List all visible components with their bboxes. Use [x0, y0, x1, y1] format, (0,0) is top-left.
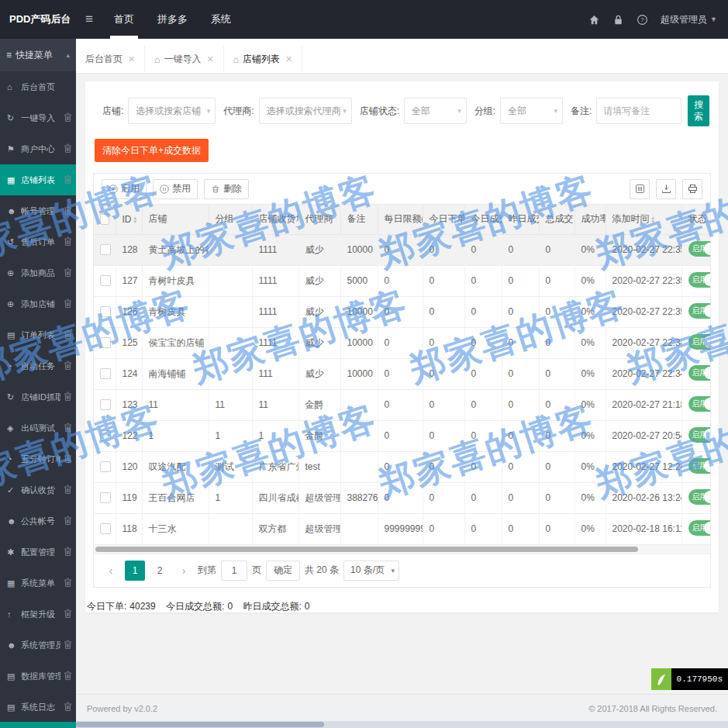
search-button[interactable]: 搜索 — [688, 95, 709, 126]
shop-select[interactable]: 选择或搜索店铺 ▾ — [128, 98, 216, 124]
sidebar-item-售后订单[interactable]: ↺售后订单 — [0, 226, 76, 257]
clear-today-data-button[interactable]: 清除今日下单+成交数据 — [95, 139, 209, 162]
sidebar-item-自动任务[interactable]: ◔自动任务 — [0, 350, 76, 381]
row-checkbox[interactable] — [100, 461, 111, 472]
trash-icon[interactable] — [64, 236, 72, 248]
delete-button[interactable]: 删除 — [204, 179, 249, 199]
col-header-success_rate[interactable]: 成功率▴▾ — [574, 205, 606, 234]
sidebar-item-确认收货[interactable]: ✓确认收货 — [0, 474, 76, 505]
sidebar-item-系统菜单[interactable]: ▦系统菜单 — [0, 568, 76, 599]
sidebar-item-数据库管理[interactable]: ▤数据库管理 — [0, 661, 76, 692]
sidebar-item-五分钟订单补单[interactable]: ◔五分钟订单补单 — [0, 443, 76, 474]
trash-icon[interactable] — [64, 423, 72, 434]
sidebar-item-后台首页[interactable]: ⌂后台首页 — [0, 71, 76, 102]
sidebar-item-店铺列表[interactable]: ▦店铺列表 — [0, 164, 76, 195]
disable-button[interactable]: 禁用 — [153, 179, 198, 199]
sidebar-item-帐号管理[interactable]: ☻帐号管理 — [0, 195, 76, 226]
sort-icon[interactable]: ▴▾ — [134, 216, 137, 223]
user-menu[interactable]: 超级管理员 ▼ — [661, 13, 717, 26]
sidebar-scrollbar[interactable] — [0, 722, 76, 728]
status-toggle[interactable]: 启用 — [688, 303, 711, 319]
agent-select[interactable]: 选择或搜索代理商 ▾ — [259, 98, 352, 124]
trash-icon[interactable] — [64, 640, 72, 651]
collapse-sidebar-icon[interactable]: ≡ — [76, 12, 102, 27]
scrollbar-thumb[interactable] — [95, 547, 638, 552]
close-icon[interactable]: ✕ — [285, 54, 292, 64]
nav-item-home[interactable]: 首页 — [102, 0, 146, 39]
page-button-1[interactable]: 1 — [125, 561, 145, 581]
col-header-today_orders[interactable]: 今日下单▴▾ — [423, 205, 464, 234]
trash-icon[interactable] — [64, 392, 72, 403]
row-checkbox[interactable] — [100, 399, 111, 410]
filter-columns-icon[interactable] — [630, 179, 650, 199]
sidebar-item-系统管理员[interactable]: ☻系统管理员 — [0, 630, 76, 661]
trash-icon[interactable] — [64, 329, 72, 341]
status-toggle[interactable]: 启用 — [688, 272, 711, 288]
status-toggle[interactable]: 启用 — [688, 365, 711, 381]
sidebar-item-系统日志[interactable]: ▤系统日志 — [0, 692, 76, 723]
sidebar-item-一键导入[interactable]: ↻一键导入 — [0, 102, 76, 133]
enable-button[interactable]: 启用 — [102, 179, 147, 199]
col-header-total_deals[interactable]: 总成交▴▾ — [539, 205, 574, 234]
home-icon[interactable] — [588, 14, 600, 26]
row-checkbox[interactable] — [100, 337, 111, 348]
trash-icon[interactable] — [64, 205, 72, 217]
goto-page-input[interactable] — [221, 561, 247, 581]
sort-icon[interactable]: ▴▾ — [652, 216, 655, 223]
per-page-select[interactable]: 10 条/页 ▾ — [343, 561, 399, 581]
tab-后台首页[interactable]: 后台首页✕ — [76, 46, 145, 73]
col-header-created[interactable]: 添加时间▴▾ — [606, 205, 681, 234]
goto-confirm-button[interactable]: 确定 — [266, 561, 300, 581]
trash-icon[interactable] — [64, 578, 72, 589]
col-header-id[interactable]: ID▴▾ — [116, 205, 142, 234]
trash-icon[interactable] — [64, 671, 72, 682]
status-toggle[interactable]: 启用 — [688, 241, 711, 257]
col-header-yesterday_deals[interactable]: 昨日成交...▴▾ — [502, 205, 539, 234]
trash-icon[interactable] — [64, 361, 72, 372]
sidebar-item-公共帐号[interactable]: ☻公共帐号 — [0, 505, 76, 537]
row-checkbox[interactable] — [100, 492, 111, 503]
tab-店铺列表[interactable]: ⌂店铺列表✕ — [224, 46, 302, 73]
trash-icon[interactable] — [64, 516, 72, 527]
row-checkbox[interactable] — [100, 244, 111, 255]
scrollbar-thumb[interactable] — [76, 722, 324, 727]
next-page-button[interactable]: › — [174, 561, 193, 581]
trash-icon[interactable] — [64, 174, 72, 186]
trash-icon[interactable] — [64, 267, 72, 279]
trash-icon[interactable] — [64, 143, 72, 155]
row-checkbox[interactable] — [100, 275, 111, 286]
print-icon[interactable] — [682, 179, 702, 199]
help-icon[interactable]: ? — [637, 14, 648, 26]
col-header-today_deals[interactable]: 今日成交...▴▾ — [464, 205, 502, 234]
tab-一键导入[interactable]: ⌂一键导入✕ — [145, 46, 223, 73]
sidebar-item-框架升级[interactable]: ↑框架升级 — [0, 599, 76, 630]
trash-icon[interactable] — [64, 454, 72, 465]
status-toggle[interactable]: 启用 — [688, 489, 711, 505]
nav-item-system[interactable]: 系统 — [199, 0, 243, 39]
trash-icon[interactable] — [64, 112, 72, 124]
status-toggle[interactable]: 启用 — [688, 520, 711, 536]
close-icon[interactable]: ✕ — [128, 54, 135, 64]
sidebar-item-添加店铺[interactable]: ⊕添加店铺 — [0, 288, 76, 319]
lock-icon[interactable] — [612, 14, 624, 26]
select-all-checkbox[interactable] — [100, 214, 109, 225]
row-checkbox[interactable] — [100, 368, 111, 379]
nav-item-pdd[interactable]: 拼多多 — [146, 0, 199, 39]
sidebar-header[interactable]: ≡ 快捷菜单 ▴ — [0, 39, 76, 71]
row-checkbox[interactable] — [100, 523, 111, 534]
status-select[interactable]: 全部 ▾ — [404, 98, 467, 124]
sidebar-item-订单列表[interactable]: ▤订单列表 — [0, 319, 76, 350]
sidebar-item-出码测试[interactable]: ◈出码测试 — [0, 412, 76, 443]
trash-icon[interactable] — [64, 547, 72, 558]
sidebar-item-商户中心[interactable]: ⚑商户中心 — [0, 133, 76, 164]
status-toggle[interactable]: 启用 — [688, 427, 711, 443]
trash-icon[interactable] — [64, 298, 72, 310]
trash-icon[interactable] — [64, 609, 72, 620]
trash-icon[interactable] — [64, 485, 72, 496]
status-toggle[interactable]: 启用 — [688, 334, 711, 350]
row-checkbox[interactable] — [100, 306, 111, 317]
status-toggle[interactable]: 启用 — [688, 458, 711, 474]
page-button-2[interactable]: 2 — [150, 561, 170, 581]
row-checkbox[interactable] — [100, 430, 111, 441]
prev-page-button[interactable]: ‹ — [102, 561, 120, 581]
